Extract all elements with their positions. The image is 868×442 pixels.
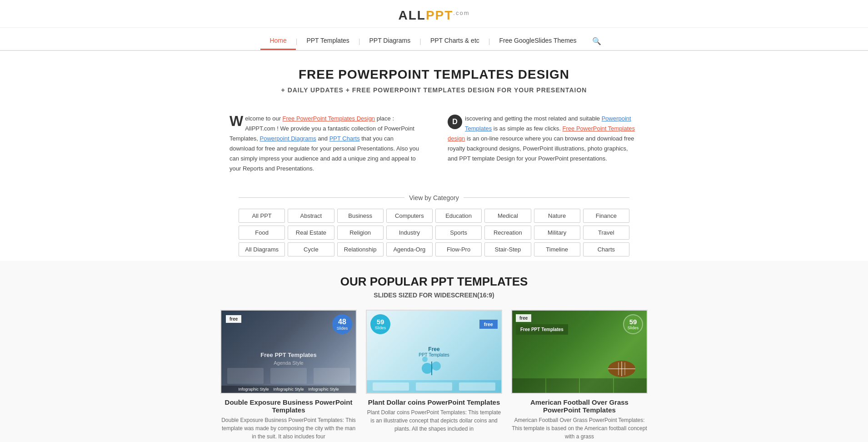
nav-ppt-templates[interactable]: PPT Templates	[297, 32, 358, 50]
card1-slides-label: Slides	[337, 326, 348, 331]
popular-title: OUR POPULAR PPT TEMPLATES	[9, 275, 859, 289]
plant-icon	[416, 350, 452, 377]
card3-mini-2	[546, 378, 579, 393]
card2-footer	[367, 380, 501, 393]
category-divider-left	[239, 197, 404, 198]
cat-stair-step[interactable]: Stair-Step	[484, 242, 531, 256]
card1-slides-badge: 48 Slides	[332, 314, 352, 334]
card2-description: Plant Dollar coins PowerPoint Templates:…	[366, 408, 502, 433]
card1-free-label: free	[226, 315, 241, 323]
card1-slide-count: 48	[338, 317, 346, 326]
card2-slide-count: 59	[377, 318, 384, 326]
category-section: View by Category All PPT Abstract Busine…	[229, 194, 639, 256]
intro-section: W elcome to our Free PowerPoint Template…	[161, 103, 707, 185]
cat-abstract[interactable]: Abstract	[288, 209, 334, 223]
intro-link-diagrams[interactable]: Powerpoint Diagrams	[259, 135, 316, 142]
svg-point-1	[432, 362, 441, 371]
cat-finance[interactable]: Finance	[583, 209, 629, 223]
card3-slides-label: Slides	[628, 326, 639, 330]
svg-point-0	[422, 363, 433, 374]
card1-description: Double Exposure Business PowerPoint Temp…	[220, 416, 357, 441]
logo-ppt: PPT	[426, 8, 453, 22]
category-row-3: All Diagrams Cycle Relationship Agenda-O…	[239, 242, 629, 256]
card2-title: Plant Dollar coins PowerPoint Templates	[366, 398, 502, 406]
card2-slides-label: Slides	[375, 326, 386, 330]
card1-bg: free 48 Slides Free PPT Templates Agenda…	[221, 311, 356, 393]
card3-image: free 59 Slides Free PPT Templates	[511, 310, 648, 394]
nav-ppt-diagrams[interactable]: PPT Diagrams	[360, 32, 419, 50]
card3-bg: free 59 Slides Free PPT Templates	[512, 311, 647, 393]
card1-mini-1	[227, 368, 264, 384]
card1-center-sub: Agenda Style	[260, 360, 316, 366]
cat-military[interactable]: Military	[534, 226, 580, 240]
category-header: View by Category	[239, 194, 629, 201]
card2-mini-2	[416, 382, 452, 391]
intro-link-free-templates[interactable]: Free PowerPoint Templates Design	[283, 115, 375, 122]
search-icon[interactable]: 🔍	[586, 33, 608, 49]
intro-right-letter: D	[448, 115, 462, 129]
card1-circle: 48 Slides	[332, 314, 352, 334]
popular-subtitle: SLIDES SIZED FOR WIDESCREEN(16:9)	[9, 291, 859, 299]
cat-medical[interactable]: Medical	[484, 209, 531, 223]
nav-ppt-charts[interactable]: PPT Charts & etc	[421, 32, 489, 50]
card3-bottom-grid	[512, 378, 647, 393]
logo-all: ALL	[398, 8, 425, 22]
card1-footer: Infographic Style Infographic Style Info…	[221, 386, 356, 393]
main-nav: Home | PPT Templates | PPT Diagrams | PP…	[0, 28, 868, 51]
nav-google-slides[interactable]: Free GoogleSlides Themes	[490, 32, 585, 50]
cat-agenda-org[interactable]: Agenda-Org	[386, 242, 433, 256]
cat-business[interactable]: Business	[337, 209, 384, 223]
intro-left: W elcome to our Free PowerPoint Template…	[229, 114, 420, 174]
card3-mini-4	[614, 378, 647, 393]
hero-title: FREE POWERPOINT TEMPLATES DESIGN	[9, 67, 859, 82]
card3-title-text: Free PPT Templates	[520, 327, 564, 332]
intro-right: D iscovering and getting the most relate…	[448, 114, 639, 174]
card3-football-icon	[606, 359, 638, 379]
card3-description: American Football Over Grass PowerPoint …	[511, 416, 648, 441]
cat-industry[interactable]: Industry	[386, 226, 433, 240]
svg-point-3	[422, 357, 428, 362]
cat-computers[interactable]: Computers	[386, 209, 433, 223]
intro-link-charts[interactable]: PPT Charts	[329, 135, 360, 142]
card3-title: American Football Over Grass PowerPoint …	[511, 398, 648, 414]
card1-bottom	[221, 368, 356, 384]
card1-mini-3	[314, 368, 350, 384]
cat-all-diagrams[interactable]: All Diagrams	[239, 242, 285, 256]
template-card-2[interactable]: 59 Slides free Free PPT Templates	[366, 310, 502, 441]
intro-left-letter: W	[229, 114, 243, 128]
cat-recreation[interactable]: Recreation	[484, 226, 531, 240]
card2-top-bar: 59 Slides free	[367, 311, 501, 338]
cat-timeline[interactable]: Timeline	[534, 242, 580, 256]
card3-slide-count: 59	[629, 318, 637, 326]
card1-image: free 48 Slides Free PPT Templates Agenda…	[220, 310, 357, 394]
cat-nature[interactable]: Nature	[534, 209, 580, 223]
card2-mini-3	[459, 382, 495, 391]
card3-title-block: Free PPT Templates	[516, 324, 568, 335]
football-svg	[606, 359, 638, 379]
cat-travel[interactable]: Travel	[583, 226, 629, 240]
card1-center-title: Free PPT Templates	[260, 352, 316, 358]
cat-all-ppt[interactable]: All PPT	[239, 209, 285, 223]
hero-subtitle: + DAILY UPDATES + FREE POWERPOINT TEMPLA…	[9, 86, 859, 94]
cat-relationship[interactable]: Relationship	[337, 242, 384, 256]
category-row-1: All PPT Abstract Business Computers Educ…	[239, 209, 629, 223]
logo[interactable]: ALLPPT.com	[398, 8, 469, 22]
nav-home[interactable]: Home	[260, 32, 295, 50]
cat-real-estate[interactable]: Real Estate	[288, 226, 334, 240]
card2-image: 59 Slides free Free PPT Templates	[366, 310, 502, 394]
cat-cycle[interactable]: Cycle	[288, 242, 334, 256]
template-card-3[interactable]: free 59 Slides Free PPT Templates	[511, 310, 648, 441]
logo-bar: ALLPPT.com	[0, 0, 868, 28]
card1-mini-2	[270, 368, 307, 384]
cat-education[interactable]: Education	[435, 209, 482, 223]
cat-religion[interactable]: Religion	[337, 226, 384, 240]
cat-charts[interactable]: Charts	[583, 242, 629, 256]
cat-food[interactable]: Food	[239, 226, 285, 240]
card2-free-label: free	[479, 320, 498, 329]
card1-center: Free PPT Templates Agenda Style	[260, 352, 316, 366]
cat-sports[interactable]: Sports	[435, 226, 482, 240]
popular-section: OUR POPULAR PPT TEMPLATES SLIDES SIZED F…	[0, 261, 868, 442]
template-card-1[interactable]: free 48 Slides Free PPT Templates Agenda…	[220, 310, 357, 441]
card2-illustration	[416, 350, 452, 379]
cat-flow-pro[interactable]: Flow-Pro	[435, 242, 482, 256]
